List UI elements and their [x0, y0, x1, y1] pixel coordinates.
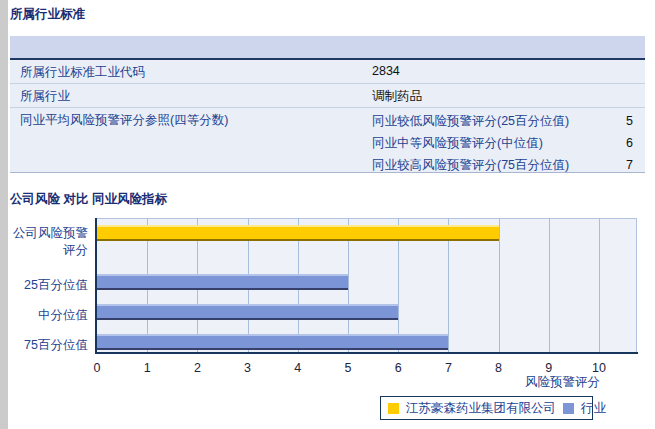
category-label: 25百分位值	[0, 277, 88, 294]
x-tick-label: 7	[433, 361, 463, 375]
x-tick-label: 5	[333, 361, 363, 375]
legend-swatch-industry	[563, 403, 574, 414]
peer-score-value: 7	[626, 158, 633, 172]
x-tick-label: 2	[182, 361, 212, 375]
category-label: 中分位值	[0, 307, 88, 324]
gridline	[599, 218, 600, 352]
row-label: 所属行业	[20, 88, 70, 105]
table-row: 同业平均风险预警评分参照(四等分数) 同业较低风险预警评分(25百分位值) 5 …	[10, 108, 645, 172]
peer-score-row: 同业较低风险预警评分(25百分位值) 5	[372, 110, 637, 132]
peer-score-label: 同业较高风险预警评分(75百分位值)	[372, 157, 569, 174]
x-tick-label: 4	[283, 361, 313, 375]
risk-comparison-chart: 公司风险预警评分25百分位值中分位值75百分位值 012345678910 风险…	[0, 210, 655, 429]
x-axis-line	[95, 352, 638, 354]
legend-label-company: 江苏豪森药业集团有限公司	[406, 400, 556, 417]
x-tick-label: 1	[132, 361, 162, 375]
chart-bar-industry	[97, 274, 348, 290]
peer-score-row: 同业较高风险预警评分(75百分位值) 7	[372, 154, 637, 176]
chart-bar-industry	[97, 334, 448, 350]
x-tick-label: 3	[233, 361, 263, 375]
gridline	[499, 218, 500, 352]
row-value: 调制药品	[372, 88, 422, 105]
category-label: 75百分位值	[0, 337, 88, 354]
table-row: 所属行业 调制药品	[10, 84, 645, 108]
category-label: 公司风险预警评分	[8, 225, 88, 259]
peer-score-row: 同业中等风险预警评分(中位值) 6	[372, 132, 637, 154]
table-body: 所属行业标准工业代码 2834 所属行业 调制药品 同业平均风险预警评分参照(四…	[10, 60, 645, 173]
industry-section-title: 所属行业标准	[10, 6, 85, 23]
chart-bar-company	[97, 225, 499, 241]
x-tick-label: 0	[82, 361, 112, 375]
x-tick-label: 8	[484, 361, 514, 375]
chart-legend: 江苏豪森药业集团有限公司 行业	[380, 396, 593, 420]
row-label: 同业平均风险预警评分参照(四等分数)	[20, 112, 228, 129]
x-tick-label: 9	[534, 361, 564, 375]
risk-report-page: { "sections": { "industry_title": "所属行业标…	[0, 0, 655, 429]
row-value: 2834	[372, 64, 400, 78]
peer-score-label: 同业中等风险预警评分(中位值)	[372, 135, 543, 152]
table-header-band	[10, 36, 645, 60]
comparison-section-title: 公司风险 对比 同业风险指标	[10, 191, 167, 208]
peer-score-label: 同业较低风险预警评分(25百分位值)	[372, 113, 569, 130]
row-label: 所属行业标准工业代码	[20, 64, 145, 81]
x-tick-label: 10	[584, 361, 614, 375]
chart-bar-industry	[97, 304, 398, 320]
table-row: 所属行业标准工业代码 2834	[10, 60, 645, 84]
x-tick-label: 6	[383, 361, 413, 375]
legend-swatch-company	[388, 403, 399, 414]
industry-table: 所属行业标准工业代码 2834 所属行业 调制药品 同业平均风险预警评分参照(四…	[10, 36, 645, 174]
peer-score-value: 5	[626, 114, 633, 128]
legend-label-industry: 行业	[581, 400, 606, 417]
peer-score-value: 6	[626, 136, 633, 150]
x-axis-title: 风险预警评分	[420, 374, 600, 391]
gridline	[549, 218, 550, 352]
